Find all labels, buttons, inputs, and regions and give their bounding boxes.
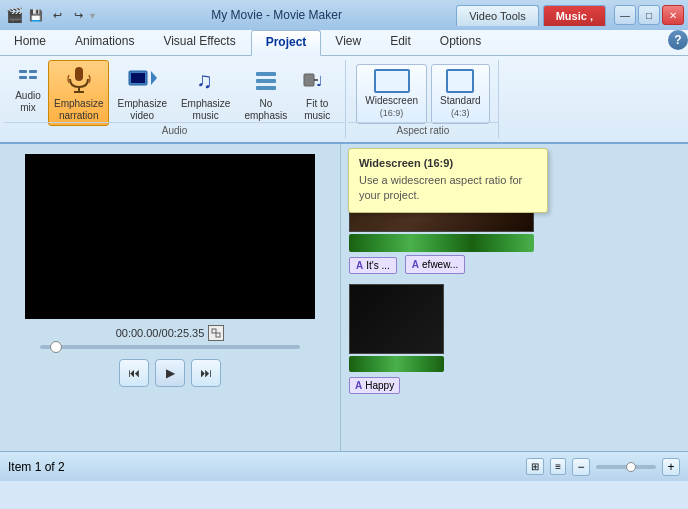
status-text: Item 1 of 2 (8, 460, 65, 474)
expand-preview-button[interactable] (208, 325, 224, 341)
timeline-clip-2: A Happy (349, 284, 680, 394)
ribbon-content: Audiomix (0, 56, 688, 142)
timeline-view-button[interactable]: ≡ (550, 458, 566, 475)
video-emphasis-icon (126, 64, 158, 96)
svg-rect-3 (29, 76, 37, 79)
title-bar-left: 🎬 💾 ↩ ↪ ▾ (0, 0, 101, 30)
ribbon: Home Animations Visual Effects Project V… (0, 30, 688, 144)
close-button[interactable]: ✕ (662, 5, 684, 25)
svg-rect-11 (256, 72, 276, 76)
redo-button[interactable]: ↪ (69, 6, 87, 24)
audio-mix-icon (16, 64, 40, 88)
svg-rect-1 (29, 70, 37, 73)
preview-panel: 00:00.00/00:25.35 ⏮ ▶ ⏭ (0, 144, 340, 451)
audio-waveform-2 (349, 356, 444, 372)
audio-buttons: Audiomix (10, 60, 339, 122)
emphasize-music-button[interactable]: ♫ Emphasizemusic (175, 60, 236, 126)
audio-group: Audiomix (4, 60, 346, 138)
minimize-button[interactable]: — (614, 5, 636, 25)
svg-rect-17 (212, 329, 216, 333)
preview-time-display: 00:00.00/00:25.35 (10, 325, 330, 341)
scrubber-thumb[interactable] (50, 341, 62, 353)
standard-label: Standard(4:3) (440, 95, 481, 119)
window-title: My Movie - Movie Maker (211, 8, 342, 22)
fast-forward-button[interactable]: ⏭ (191, 359, 221, 387)
zoom-slider-track[interactable] (596, 465, 656, 469)
title-bar-right: Video Tools Music , — □ ✕ (452, 0, 688, 30)
clip-labels-1: A It's ... A efwew... (349, 255, 680, 274)
separator: ▾ (90, 10, 95, 21)
save-button[interactable]: 💾 (27, 6, 45, 24)
tab-options[interactable]: Options (426, 30, 496, 55)
svg-text:♫: ♫ (196, 68, 213, 93)
audio-mix-button[interactable]: Audiomix (10, 60, 46, 118)
tab-edit[interactable]: Edit (376, 30, 426, 55)
clip-label-2a: A Happy (349, 377, 400, 394)
title-bar: 🎬 💾 ↩ ↪ ▾ My Movie - Movie Maker Video T… (0, 0, 688, 30)
svg-rect-13 (256, 86, 276, 90)
narration-label: Emphasizenarration (54, 98, 103, 122)
audio-group-label: Audio (4, 122, 345, 136)
emphasize-narration-button[interactable]: Emphasizenarration (48, 60, 109, 126)
maximize-button[interactable]: □ (638, 5, 660, 25)
tooltip-title: Widescreen (16:9) (359, 157, 537, 169)
svg-rect-0 (19, 70, 27, 73)
tab-animations[interactable]: Animations (61, 30, 149, 55)
tab-music[interactable]: Music , (543, 5, 606, 26)
aspect-ratio-label: Aspect ratio (348, 122, 497, 136)
preview-scrubber[interactable] (40, 345, 300, 349)
svg-rect-4 (75, 67, 83, 81)
play-button[interactable]: ▶ (155, 359, 185, 387)
clip-video-thumbnail-2 (349, 284, 444, 354)
svg-rect-18 (216, 333, 220, 337)
zoom-slider-container[interactable] (596, 465, 656, 469)
tab-project[interactable]: Project (251, 30, 322, 56)
zoom-in-button[interactable]: + (662, 458, 680, 476)
music-emphasis-icon: ♫ (190, 64, 222, 96)
svg-rect-14 (304, 74, 314, 86)
tab-view[interactable]: View (321, 30, 376, 55)
quick-access-toolbar: 💾 ↩ ↪ ▾ (27, 6, 95, 24)
context-tabs: Video Tools Music , (456, 5, 608, 26)
tab-video-tools[interactable]: Video Tools (456, 5, 538, 26)
svg-rect-9 (131, 73, 145, 83)
clip-label-1a: A It's ... (349, 257, 397, 274)
rewind-button[interactable]: ⏮ (119, 359, 149, 387)
svg-rect-12 (256, 79, 276, 83)
undo-button[interactable]: ↩ (48, 6, 66, 24)
audio-waveform-1 (349, 234, 534, 252)
no-emphasis-label: Noemphasis (244, 98, 287, 122)
zoom-slider-thumb[interactable] (626, 462, 636, 472)
standard-button[interactable]: Standard(4:3) (431, 64, 490, 124)
storyboard-view-button[interactable]: ⊞ (526, 458, 544, 475)
no-emphasis-button[interactable]: Noemphasis (238, 60, 293, 126)
tab-visual-effects[interactable]: Visual Effects (149, 30, 250, 55)
audio-mix-label: Audiomix (15, 90, 41, 114)
status-bar: Item 1 of 2 ⊞ ≡ − + (0, 451, 688, 481)
clip-labels-2: A Happy (349, 375, 680, 394)
widescreen-tooltip: Widescreen (16:9) Use a widescreen aspec… (348, 148, 548, 213)
preview-controls: ⏮ ▶ ⏭ (10, 359, 330, 387)
narration-icon (63, 64, 95, 96)
help-button[interactable]: ? (668, 30, 688, 50)
svg-rect-2 (19, 76, 27, 79)
status-bar-right: ⊞ ≡ − + (526, 458, 680, 476)
tooltip-body: Use a widescreen aspect ratio for your p… (359, 173, 537, 204)
tab-home[interactable]: Home (0, 30, 61, 55)
scrubber-track[interactable] (40, 345, 300, 349)
svg-marker-8 (151, 71, 157, 85)
widescreen-label: Widescreen(16:9) (365, 95, 418, 119)
widescreen-icon (374, 69, 410, 93)
zoom-out-button[interactable]: − (572, 458, 590, 476)
video-emphasis-label: Emphasizevideo (117, 98, 166, 122)
emphasize-video-button[interactable]: Emphasizevideo (111, 60, 172, 126)
no-emphasis-icon (250, 64, 282, 96)
video-preview (25, 154, 315, 319)
aspect-ratio-group: Widescreen(16:9) Standard(4:3) Aspect ra… (348, 60, 498, 138)
app-icon: 🎬 (6, 7, 23, 23)
widescreen-button[interactable]: Widescreen(16:9) (356, 64, 427, 124)
ribbon-tab-bar: Home Animations Visual Effects Project V… (0, 30, 688, 56)
fit-to-music-label: Fit tomusic (304, 98, 330, 122)
fit-to-music-button[interactable]: ♩ Fit tomusic (295, 60, 339, 126)
main-content: 00:00.00/00:25.35 ⏮ ▶ ⏭ (0, 144, 688, 451)
